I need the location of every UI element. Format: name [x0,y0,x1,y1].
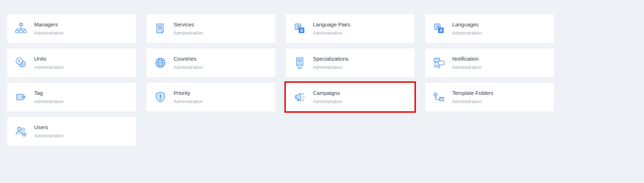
card-services[interactable]: ServicesAdministration [146,14,275,43]
card-subtitle: Administration [174,30,203,36]
megaphone-icon [292,90,307,105]
card-title: Notification [452,55,481,62]
card-subtitle: Administration [34,99,63,105]
card-language-pairs[interactable]: Language PairsAdministration [286,14,414,43]
document-icon [153,21,168,36]
card-title: Specializations [313,55,349,62]
chat-icon [432,55,447,70]
card-users[interactable]: UsersAdministration [7,117,136,146]
card-title: Managers [34,21,63,28]
card-subtitle: Administration [174,99,203,105]
shield-icon [153,90,168,105]
hierarchy-icon [14,21,29,36]
card-title: Language Pairs [313,21,350,28]
card-title: Services [174,21,203,28]
card-subtitle: Administration [34,30,63,36]
tag-icon [14,90,29,105]
card-subtitle: Administration [174,65,203,70]
card-template-folders[interactable]: Template FoldersAdministration [425,83,554,111]
card-notification[interactable]: NotificationAdministration [425,49,554,77]
card-tag[interactable]: TagAdministration [7,83,136,111]
card-title: Tag [34,90,63,97]
card-subtitle: Administration [452,99,493,105]
card-countries[interactable]: CountriesAdministration [146,49,275,77]
translate-icon [292,21,307,36]
card-title: Priority [174,90,203,97]
folders-icon [432,90,447,105]
globe-icon [153,55,168,70]
card-title: Units [34,55,63,62]
card-title: Languages [452,21,481,28]
card-subtitle: Administration [313,30,350,36]
card-subtitle: Administration [452,65,481,70]
card-specializations[interactable]: SpecializationsAdministration [286,49,414,77]
card-managers[interactable]: ManagersAdministration [7,14,136,43]
card-subtitle: Administration [452,30,481,36]
card-priority[interactable]: PriorityAdministration [146,83,275,111]
card-languages[interactable]: LanguagesAdministration [425,14,554,43]
card-subtitle: Administration [34,65,63,70]
card-title: Campaigns [313,90,342,97]
card-title: Countries [174,55,203,62]
certificate-icon [292,55,307,70]
card-subtitle: Administration [313,65,349,70]
translate-icon [432,21,447,36]
coins-icon [14,55,29,70]
card-title: Template Folders [452,90,493,97]
card-title: Users [34,124,63,131]
admin-tiles-grid: ManagersAdministrationServicesAdministra… [7,14,637,146]
users-icon [14,124,29,139]
card-subtitle: Administration [34,133,63,139]
card-campaigns[interactable]: CampaignsAdministration [286,83,414,111]
card-subtitle: Administration [313,99,342,105]
card-units[interactable]: UnitsAdministration [7,49,136,77]
